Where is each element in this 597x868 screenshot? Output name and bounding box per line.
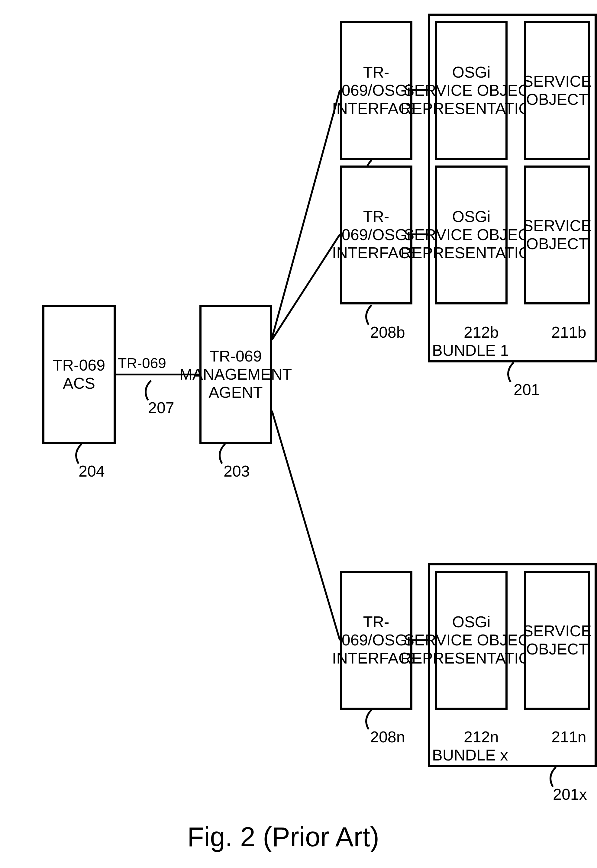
bundle-x-name: BUNDLE x xyxy=(432,746,508,764)
osgi-n-ref: 212n xyxy=(464,728,499,746)
agent-label: TR-069MANAGEMENTAGENT xyxy=(177,347,295,401)
agent-box: TR-069MANAGEMENTAGENT xyxy=(199,305,272,444)
osgi-a-box: OSGiSERVICE OBJECTREPRESENTATION xyxy=(435,21,508,160)
acs-label: TR-069ACS xyxy=(50,356,108,393)
acs-box: TR-069ACS xyxy=(42,305,116,444)
service-obj-n-ref: 211n xyxy=(551,728,587,746)
bundle-x-ref: 201x xyxy=(553,785,587,803)
service-obj-b-ref: 211b xyxy=(551,323,587,341)
service-obj-b-label: SERVICE OBJECT xyxy=(520,217,594,253)
acs-ref: 204 xyxy=(79,462,105,480)
service-obj-a-label: SERVICE OBJECT xyxy=(520,73,594,109)
bundle-1-name: BUNDLE 1 xyxy=(432,341,509,359)
osgi-b-ref: 212b xyxy=(464,323,499,341)
tr069-link-label: TR-069 xyxy=(118,355,166,372)
osgi-n-box: OSGiSERVICE OBJECTREPRESENTATION xyxy=(435,571,508,710)
service-obj-n-label: SERVICE OBJECT xyxy=(520,622,594,658)
diagram-canvas: TR-069ACS 204 TR-069 207 TR-069MANAGEMEN… xyxy=(0,0,597,868)
svg-line-3 xyxy=(272,411,340,640)
figure-caption: Fig. 2 (Prior Art) xyxy=(187,822,379,853)
bundle-1-ref: 201 xyxy=(514,381,540,398)
service-obj-n-box: SERVICE OBJECT xyxy=(524,571,590,710)
interface-n-ref: 208n xyxy=(370,728,405,746)
agent-ref: 203 xyxy=(224,462,250,480)
tr069-link-ref: 207 xyxy=(148,398,174,417)
osgi-b-box: OSGiSERVICE OBJECTREPRESENTATION xyxy=(435,166,508,304)
service-obj-b-box: SERVICE OBJECT xyxy=(524,166,590,304)
service-obj-a-box: SERVICE OBJECT xyxy=(524,21,590,160)
interface-b-ref: 208b xyxy=(370,323,405,341)
